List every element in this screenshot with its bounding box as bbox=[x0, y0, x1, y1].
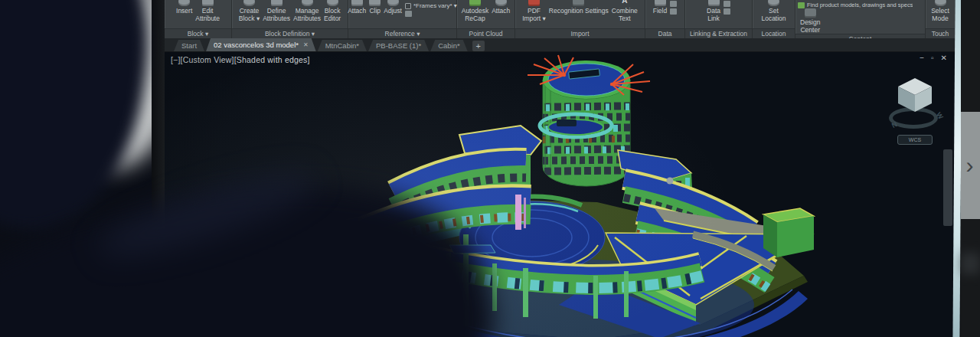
adjust-button[interactable]: Adjust bbox=[384, 0, 402, 15]
tab-cabin[interactable]: Cabin* bbox=[430, 40, 468, 51]
design-center-button[interactable]: Design Center bbox=[800, 8, 820, 34]
close-icon[interactable]: ✕ bbox=[941, 54, 947, 62]
combine-text-button[interactable]: ACombine Text bbox=[612, 0, 638, 22]
design-center-icon bbox=[805, 8, 816, 18]
content-search-box[interactable]: Find product models, drawings and specs bbox=[795, 0, 925, 8]
button-label: Block Editor bbox=[324, 8, 341, 22]
create-block-button[interactable]: Create Block ▾ bbox=[239, 0, 260, 22]
pink-core-element bbox=[515, 195, 521, 230]
frames-vary-control[interactable]: *Frames vary* ▾ bbox=[405, 2, 457, 17]
carousel-next-button[interactable]: › bbox=[961, 112, 980, 219]
file-tab-bar: Start 02 vasconcelos 3d model*✕ MtnCabin… bbox=[165, 38, 955, 52]
clip-button[interactable]: Clip bbox=[369, 0, 381, 15]
button-label: Design Center bbox=[800, 19, 820, 34]
button-label: Attach bbox=[492, 8, 510, 15]
define-attributes-button[interactable]: Define Attributes bbox=[263, 0, 290, 22]
ribbon-panel-data: Field Data bbox=[645, 0, 685, 38]
extract-data-icon[interactable] bbox=[724, 1, 730, 7]
field-button[interactable]: Field bbox=[653, 0, 667, 15]
define-attributes-icon bbox=[271, 0, 283, 6]
new-tab-button[interactable]: + bbox=[472, 41, 485, 51]
underlay-layers-icon bbox=[405, 11, 412, 17]
viewcube[interactable]: N W WCS bbox=[887, 74, 942, 147]
tab-label: Start bbox=[181, 41, 197, 50]
panel-label-location[interactable]: Location bbox=[753, 28, 795, 38]
autodesk-recap-button[interactable]: Autodesk ReCap bbox=[462, 0, 488, 22]
drawing-viewport[interactable]: [−][Custom View][Shaded with edges] − ▫ … bbox=[165, 52, 955, 337]
recognition-settings-button[interactable]: Recognition Settings bbox=[549, 0, 609, 15]
panel-label-touch[interactable]: Touch bbox=[926, 28, 955, 38]
tab-close-icon[interactable]: ✕ bbox=[303, 41, 309, 48]
clip-icon bbox=[369, 0, 381, 6]
viewport-view-control[interactable]: [Custom View] bbox=[181, 55, 234, 64]
viewcube-cube[interactable] bbox=[898, 78, 932, 112]
panel-label-reference[interactable]: Reference ▾ bbox=[348, 28, 456, 38]
content-search-placeholder: Find product models, drawings and specs bbox=[807, 2, 913, 8]
select-mode-button[interactable]: Select Mode bbox=[931, 0, 949, 22]
tab-label: PB-BASE (1)* bbox=[376, 41, 421, 50]
panel-label-block-definition[interactable]: Block Definition ▾ bbox=[232, 28, 348, 38]
block-editor-button[interactable]: Block Editor bbox=[324, 0, 341, 22]
button-label: Select Mode bbox=[931, 8, 949, 22]
panel-label-import[interactable]: Import bbox=[515, 28, 645, 38]
adjust-icon bbox=[387, 0, 399, 6]
monitor-bezel bbox=[152, 0, 165, 337]
button-label: Set Location bbox=[761, 8, 786, 22]
tab-label: Cabin* bbox=[438, 41, 460, 50]
pdf-import-icon bbox=[528, 0, 540, 6]
ole-object-icon[interactable] bbox=[670, 8, 677, 15]
panel-label-point-cloud[interactable]: Point Cloud bbox=[457, 28, 514, 38]
attach-button[interactable]: Attach bbox=[348, 0, 366, 15]
update-fields-icon[interactable] bbox=[670, 1, 677, 7]
minimize-icon[interactable]: − bbox=[920, 54, 924, 62]
photo-of-monitor: Insert Edit Attribute Block ▾ Create Blo… bbox=[0, 0, 980, 337]
combine-text-icon: A bbox=[619, 0, 630, 6]
tab-start[interactable]: Start bbox=[174, 40, 204, 51]
background-right: › bbox=[961, 0, 980, 337]
frames-checkbox-icon bbox=[405, 3, 411, 9]
panel-label-content[interactable]: Content bbox=[795, 34, 925, 38]
ribbon-panel-content: Find product models, drawings and specs … bbox=[795, 0, 926, 38]
edit-attribute-icon bbox=[202, 0, 214, 6]
ribbon-panel-linking-extraction: Data Link Linking & Extraction bbox=[685, 0, 753, 38]
restore-icon[interactable]: ▫ bbox=[931, 54, 934, 62]
pdf-import-button[interactable]: PDF Import ▾ bbox=[522, 0, 546, 22]
insert-icon bbox=[178, 0, 190, 6]
navigation-bar[interactable] bbox=[943, 149, 952, 226]
viewport-menu-control[interactable]: [−] bbox=[171, 55, 181, 64]
manage-attributes-icon bbox=[302, 0, 313, 6]
attach-point-cloud-button[interactable]: Attach bbox=[492, 0, 510, 15]
button-label: Edit Attribute bbox=[195, 8, 220, 22]
tab-pb-base[interactable]: PB-BASE (1)* bbox=[368, 40, 429, 51]
data-link-button[interactable]: Data Link bbox=[707, 0, 720, 22]
floating-object bbox=[667, 178, 674, 185]
button-label: Insert bbox=[176, 8, 192, 15]
panel-label-linking-extraction[interactable]: Linking & Extraction bbox=[685, 28, 752, 38]
button-label: Field bbox=[653, 8, 667, 15]
tab-vasconcelos-model[interactable]: 02 vasconcelos 3d model*✕ bbox=[206, 38, 316, 51]
upload-data-icon[interactable] bbox=[724, 8, 730, 15]
manage-attributes-button[interactable]: Manage Attributes bbox=[293, 0, 321, 22]
button-label: Recognition Settings bbox=[549, 8, 609, 15]
ribbon-panel-block-definition: Create Block ▾ Define Attributes Manage … bbox=[232, 0, 348, 38]
wcs-dropdown[interactable]: WCS bbox=[897, 135, 933, 145]
insert-button[interactable]: Insert bbox=[176, 0, 192, 15]
attach-point-cloud-icon bbox=[495, 0, 507, 6]
background-light-patch bbox=[44, 0, 165, 168]
create-block-icon bbox=[243, 0, 255, 6]
panel-label-block[interactable]: Block ▾ bbox=[165, 28, 231, 38]
button-label: Data Link bbox=[707, 8, 720, 22]
select-mode-icon bbox=[935, 0, 946, 6]
viewport-visual-style-control[interactable]: [Shaded with edges] bbox=[234, 55, 310, 64]
set-location-button[interactable]: Set Location bbox=[761, 0, 786, 22]
autodesk-recap-icon bbox=[469, 0, 481, 6]
content-search-icon bbox=[798, 2, 805, 8]
edit-attribute-button[interactable]: Edit Attribute bbox=[195, 0, 220, 22]
panel-label-data[interactable]: Data bbox=[645, 28, 684, 38]
button-label: Attach bbox=[348, 8, 366, 15]
3d-model-canvas bbox=[165, 52, 955, 337]
tab-mtncabin[interactable]: MtnCabin* bbox=[318, 40, 367, 51]
tab-label: MtnCabin* bbox=[325, 41, 359, 50]
tab-label: 02 vasconcelos 3d model* bbox=[214, 41, 299, 49]
set-location-icon bbox=[768, 0, 779, 6]
